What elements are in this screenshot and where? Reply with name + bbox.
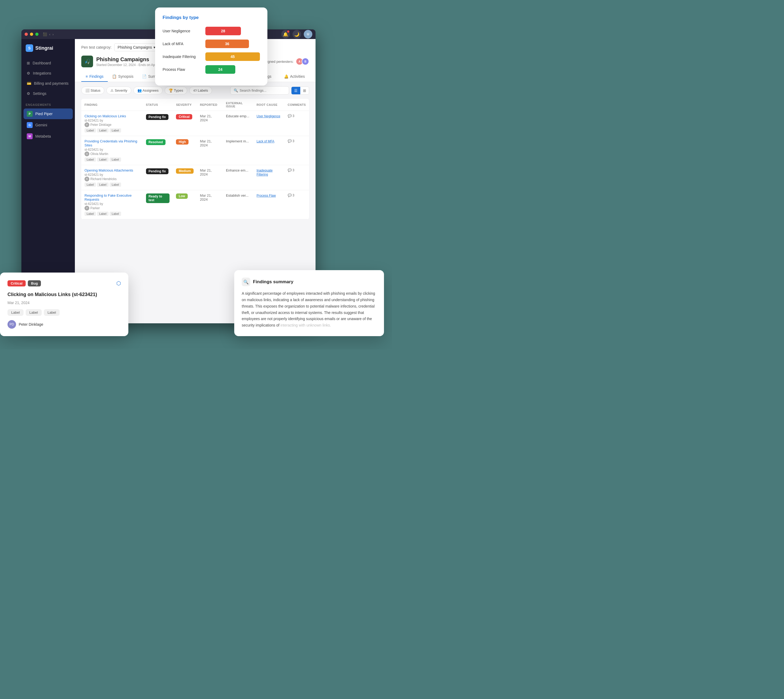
root-cause-link[interactable]: Process Flaw [256,194,276,197]
engagement-metabeta[interactable]: M Metabeta [23,131,73,142]
traffic-light-yellow[interactable] [30,33,33,36]
engagements-label: ENGAGEMENTS [22,99,75,108]
card-label-3: Label [44,309,60,316]
sidebar-item-dashboard[interactable]: ⊞ Dashboard [23,58,73,68]
col-reported: REPORTED [197,99,223,111]
comment-cell: 💬 3 [288,168,306,172]
filter-assignees[interactable]: 👥 Assignees [133,86,163,94]
severity-badge: Critical [176,114,192,119]
table-row[interactable]: Opening Malicious Attachments st-623421 … [81,165,309,190]
finding-title-link[interactable]: Responding to Fake Executive Requests [85,194,131,202]
finding-title-link[interactable]: Providing Credentials via Phishing Sites [85,139,137,147]
pen-test-dropdown[interactable]: Phishing Campaigns ▾ [114,43,159,51]
status-badge: Pending fix [146,114,169,120]
tab-findings[interactable]: ≡ Findings [81,71,108,82]
card-labels: Label Label Label [7,309,121,316]
sidebar-label-settings: Settings [33,91,47,96]
finding-title-link[interactable]: Opening Malicious Attachments [85,168,133,172]
filter-labels[interactable]: 🏷 Labels [189,86,212,94]
settings-nav-icon: ⚙ [27,91,30,96]
severity-badge: Low [176,194,188,199]
finding-label: Label [97,212,108,216]
finding-type-row: Process Flaw 24 [163,65,260,74]
traffic-light-red[interactable] [25,33,28,36]
root-cause-link[interactable]: User Negligence [256,114,280,118]
findings-by-type-title: Findings by type [163,15,260,20]
sidebar-nav: ⊞ Dashboard ⚙ Integations 💳 Billing and … [22,58,75,98]
integrations-icon: ⚙ [27,71,30,75]
search-input[interactable] [239,88,286,93]
finding-id: st-623421 by P Parker [85,202,140,210]
finding-type-bar-wrap: 28 [205,27,260,35]
finding-type-bar-wrap: 24 [205,65,260,74]
filter-status[interactable]: ⬜ Status [81,86,104,94]
sidebar-item-billing[interactable]: 💳 Billing and payments [23,79,73,88]
finding-type-label: Inadequate Filtering [163,55,205,59]
card-label-2: Label [26,309,42,316]
finding-label: Label [97,182,108,187]
summary-text-main: A significant percentage of employees in… [242,291,375,327]
finding-label: Label [110,212,121,216]
engagement-avatar-m: M [27,133,33,139]
notification-button[interactable]: 🔔 [281,30,290,38]
card-assignee-avatar: PD [7,320,16,329]
card-badges: Critical Bug ⬡ [7,280,121,287]
comment-cell: 💬 3 [288,194,306,197]
finding-label: Label [110,128,121,133]
summary-icon: 🔍 [242,278,250,286]
comment-cell: 💬 3 [288,139,306,143]
status-badge: Ready to test [146,194,170,203]
finding-type-bar: 28 [205,27,241,35]
finding-type-bar: 45 [205,52,260,61]
pentester-avatars: A B [296,58,309,65]
finding-type-row: User Negligence 28 [163,27,260,35]
finding-id: st-623421 by P Peter Dinklage [85,119,140,127]
reported-date: Mar 21, 2024 [197,111,223,136]
filters-bar: ⬜ Status ⚠ Severity 👥 Assignees 🏆 Types … [81,86,309,94]
grid-view-btn[interactable]: ⊞ [300,87,309,94]
filter-types[interactable]: 🏆 Types [165,86,187,94]
user-avatar-button[interactable]: U [304,30,312,38]
root-cause-link[interactable]: Lack of MFA [256,139,274,143]
theme-toggle-button[interactable]: 🌙 [292,30,301,38]
sidebar-label-integrations: Integations [33,71,51,75]
external-issue: Implement m... [223,136,254,165]
table-row[interactable]: Responding to Fake Executive Requests st… [81,190,309,219]
billing-icon: 💳 [27,81,31,86]
sidebar-item-integrations[interactable]: ⚙ Integations [23,68,73,78]
finding-id: st-623421 by R Richard Hendricks [85,173,140,181]
engagement-avatar-g: G [27,122,33,128]
summary-title-text: Findings summary [253,279,293,285]
finding-type-row: Lack of MFA 36 [163,40,260,48]
dashboard-icon: ⊞ [27,61,30,65]
table-row[interactable]: Providing Credentials via Phishing Sites… [81,136,309,165]
root-cause-link[interactable]: Inadequate Filtering [256,169,272,176]
summary-text: A significant percentage of employees in… [242,290,377,329]
col-status: STATUS [143,99,173,111]
external-issue: Educate emp... [223,111,254,136]
finding-title-link[interactable]: Clicking on Malicious Links [85,114,126,118]
tab-synopsis[interactable]: 📋 Synopsis [108,71,138,82]
tab-activities[interactable]: 🔔 Activities [280,71,309,82]
comment-cell: 💬 3 [288,114,306,118]
card-date: Mar 21, 2024 [7,301,121,305]
engagement-label-pp: Pied Piper [35,112,53,116]
finding-labels: LabelLabelLabel [85,157,140,162]
findings-table: FINDING STATUS SEVERITY REPORTED EXTERNA… [81,99,309,219]
card-assignee: PD Peter Dinklage [7,320,121,329]
engagement-gemini[interactable]: G Gemini [23,120,73,131]
filter-severity[interactable]: ⚠ Severity [106,86,131,94]
finding-type-label: User Negligence [163,29,205,33]
assignee-mini-avatar: O [85,151,89,156]
traffic-light-green[interactable] [35,33,38,36]
finding-type-bar: 36 [205,40,249,48]
table-row[interactable]: Clicking on Malicious Links st-623421 by… [81,111,309,136]
sidebar-item-settings[interactable]: ⚙ Settings [23,89,73,98]
finding-label: Label [97,128,108,133]
badge-bug: Bug [28,280,41,287]
finding-detail-card: Critical Bug ⬡ Clicking on Malicious Lin… [0,273,128,336]
list-view-btn[interactable]: ☰ [291,87,300,94]
filter-buttons: ⬜ Status ⚠ Severity 👥 Assignees 🏆 Types … [81,86,212,94]
card-assignee-name: Peter Dinklage [19,322,43,326]
engagement-pied-piper[interactable]: P Pied Piper [23,108,73,119]
